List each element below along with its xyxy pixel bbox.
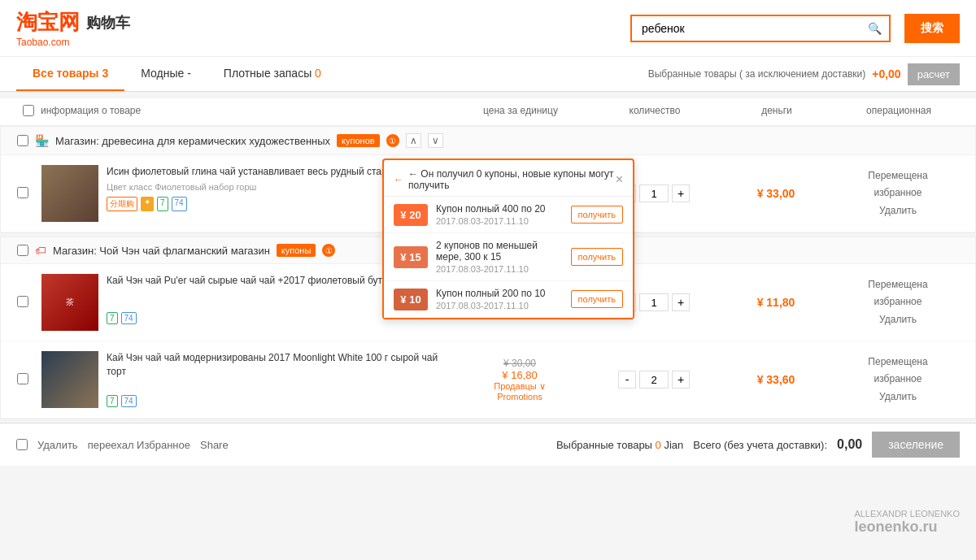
shop1-badge: ① <box>386 134 399 147</box>
popup-header: ← ← Он получил 0 купоны, новые купоны мо… <box>384 160 633 197</box>
shop1-checkbox[interactable] <box>17 135 28 146</box>
product1-money: ¥ 33,00 <box>715 187 837 200</box>
select-all-checkbox[interactable] <box>23 105 34 116</box>
product2-op-move[interactable]: Перемещена <box>837 276 959 294</box>
col-quantity: количество <box>594 105 716 119</box>
product2-money-price: ¥ 11,80 <box>757 296 795 309</box>
coupon-item-1: ¥ 20 Купон полный 400 по 20 2017.08.03-2… <box>384 197 633 233</box>
search-button[interactable]: 搜索 <box>904 14 960 43</box>
shop1-name: Магазин: древесина для керамических худо… <box>55 135 330 147</box>
shop1-arrow-down[interactable]: ∨ <box>428 133 443 148</box>
product2-qty-plus[interactable]: + <box>672 293 690 311</box>
bottom-right: Выбранные товары 0 Jian Всего (без учета… <box>556 432 960 458</box>
product3-info: Кай Чэн чай чай модернизированы 2017 Moo… <box>41 351 447 408</box>
logo-sub: Taobao.com <box>16 37 130 48</box>
product-row-3: Кай Чэн чай чай модернизированы 2017 Moo… <box>1 341 975 419</box>
shop2-checkbox[interactable] <box>17 245 28 256</box>
product1-ops: Перемещена избранное Удалить <box>837 167 959 220</box>
coupon-item-2: ¥ 15 2 купонов по меньшей мере, 300 к 15… <box>384 233 633 281</box>
shop2-icon: 🏷 <box>35 244 46 257</box>
popup-back-arrow[interactable]: ← <box>394 174 403 185</box>
coupon2-title: 2 купонов по меньшей мере, 300 к 15 <box>436 240 563 263</box>
product2-op-fav[interactable]: избранное <box>837 293 959 311</box>
product3-promo1[interactable]: Продавцы ∨ <box>447 381 593 392</box>
tabs-left: Все товары 3 Модные - Плотные запасы 0 <box>16 57 338 91</box>
tab-fashion[interactable]: Модные - <box>124 57 207 91</box>
bottom-share-btn[interactable]: Share <box>200 439 229 451</box>
popup-title: ← ← Он получил 0 купоны, новые купоны мо… <box>394 168 616 191</box>
coupon1-badge: ¥ 20 <box>394 204 428 226</box>
selected-info-label: Выбранные товары ( за исключением достав… <box>648 68 866 80</box>
product3-ops: Перемещена избранное Удалить <box>837 354 959 406</box>
coupon2-date: 2017.08.03-2017.11.10 <box>436 264 563 274</box>
product2-qty-input[interactable] <box>639 293 669 311</box>
tag-green: 7 <box>157 197 168 211</box>
shop1-coupon-btn[interactable]: купонов <box>337 134 380 147</box>
tag2-blue: 74 <box>121 312 137 324</box>
product1-checkbox[interactable] <box>17 187 28 198</box>
nav-tabs: Все товары 3 Модные - Плотные запасы 0 В… <box>0 57 976 92</box>
product3-op-move[interactable]: Перемещена <box>837 354 959 371</box>
bottom-left: Удалить переехал Избранное Share <box>16 439 229 451</box>
header: 淘宝网 购物车 Taobao.com 🔍 搜索 <box>0 0 976 57</box>
price-sum: +0,00 <box>872 67 900 80</box>
coupon1-title: Купон полный 400 по 20 <box>436 203 563 215</box>
tag-installment: 分期购 <box>107 197 137 211</box>
tab-all[interactable]: Все товары 3 <box>16 57 124 91</box>
bottom-move-btn[interactable]: переехал Избранное <box>88 439 190 451</box>
shop2-coupon-btn[interactable]: купоны <box>277 244 316 257</box>
calc-button[interactable]: расчет <box>908 63 960 85</box>
tabs-right: Выбранные товары ( за исключением достав… <box>648 63 960 85</box>
product1-image <box>41 165 98 222</box>
col-info: информация о товаре <box>41 105 447 119</box>
coupon3-get-btn[interactable]: получить <box>571 290 623 308</box>
product1-op-fav[interactable]: избранное <box>837 184 959 202</box>
product3-qty-minus[interactable]: - <box>618 371 636 389</box>
search-area: 🔍 搜索 <box>630 14 960 43</box>
coupon2-info: 2 купонов по меньшей мере, 300 к 15 2017… <box>436 240 563 274</box>
popup-close-btn[interactable]: × <box>616 172 623 187</box>
product3-promo2[interactable]: Promotions <box>447 392 593 402</box>
bottom-bar: Удалить переехал Избранное Share Выбранн… <box>0 423 976 466</box>
product1-op-move[interactable]: Перемещена <box>837 167 959 185</box>
product3-title: Кай Чэн чай чай модернизированы 2017 Moo… <box>107 351 447 379</box>
product3-old-price: ¥ 30,00 <box>447 358 593 369</box>
bottom-total-label: Всего (без учета доставки): <box>693 439 827 451</box>
product3-price: ¥ 30,00 ¥ 16,80 Продавцы ∨ Promotions <box>447 358 593 402</box>
product1-qty-input[interactable] <box>639 184 669 202</box>
coupon1-get-btn[interactable]: получить <box>571 206 623 224</box>
product3-qty-input[interactable] <box>639 371 669 389</box>
product2-op-del[interactable]: Удалить <box>837 311 959 329</box>
product3-op-del[interactable]: Удалить <box>837 389 959 406</box>
product2-checkbox[interactable] <box>17 296 28 307</box>
shop-header-1: 🏪 Магазин: древесина для керамических ху… <box>1 127 975 155</box>
product3-image <box>41 351 98 408</box>
logo-area: 淘宝网 购物车 Taobao.com <box>16 8 130 48</box>
product3-details: Кай Чэн чай чай модернизированы 2017 Moo… <box>107 351 447 407</box>
search-input[interactable] <box>630 15 891 42</box>
product3-qty-plus[interactable]: + <box>672 371 690 389</box>
product1-money-price: ¥ 33,00 <box>757 187 795 200</box>
bottom-selected-label: Выбранные товары 0 Jian <box>556 439 683 451</box>
shop1-arrow[interactable]: ∧ <box>406 133 421 148</box>
search-icon: 🔍 <box>868 22 882 35</box>
product3-op-fav[interactable]: избранное <box>837 371 959 389</box>
product3-checkbox[interactable] <box>17 373 28 384</box>
checkout-button[interactable]: заселение <box>872 432 960 458</box>
bottom-total-price: 0,00 <box>837 437 862 452</box>
tag3-blue: 74 <box>121 395 137 407</box>
coupon3-badge: ¥ 10 <box>394 289 428 310</box>
table-header: информация о товаре цена за единицу коли… <box>0 98 976 126</box>
tab-dense[interactable]: Плотные запасы 0 <box>207 57 338 91</box>
product1-op-del[interactable]: Удалить <box>837 202 959 220</box>
product3-money: ¥ 33,60 <box>715 373 837 386</box>
product2-image: 茶 <box>41 274 98 331</box>
coupon3-date: 2017.08.03-2017.11.10 <box>436 301 563 310</box>
coupon2-badge: ¥ 15 <box>394 246 428 268</box>
coupon2-get-btn[interactable]: получить <box>571 248 623 266</box>
bottom-delete-btn[interactable]: Удалить <box>37 439 78 451</box>
product1-qty-plus[interactable]: + <box>672 184 690 202</box>
bottom-select-all[interactable] <box>16 439 28 450</box>
coupon3-info: Купон полный 200 по 10 2017.08.03-2017.1… <box>436 288 563 310</box>
tag-gold: ✦ <box>141 197 154 211</box>
